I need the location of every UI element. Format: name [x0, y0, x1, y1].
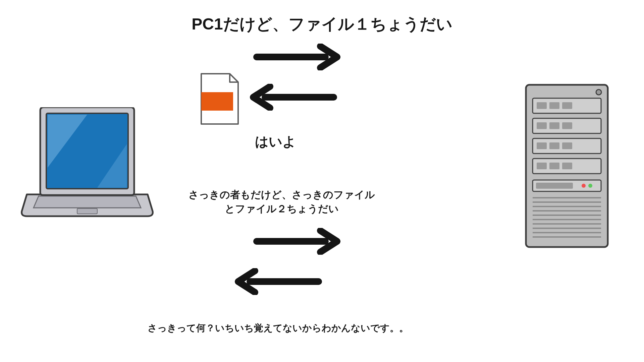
svg-rect-19	[562, 163, 572, 169]
svg-rect-18	[549, 163, 559, 169]
svg-rect-17	[537, 163, 547, 169]
diagram-title: PC1だけど、ファイル１ちょうだい	[192, 13, 452, 35]
server-reply-1: はいよ	[255, 132, 296, 151]
svg-rect-13	[562, 122, 572, 129]
svg-rect-9	[549, 102, 559, 109]
arrow-left-icon	[235, 268, 322, 296]
svg-rect-15	[549, 142, 559, 149]
arrow-right-icon	[253, 228, 340, 256]
svg-point-3	[596, 89, 601, 95]
svg-rect-12	[549, 122, 559, 129]
svg-rect-21	[536, 183, 573, 189]
svg-rect-11	[537, 122, 547, 129]
svg-point-23	[588, 184, 592, 188]
arrow-left-icon	[250, 84, 337, 112]
file-icon	[198, 72, 241, 127]
svg-point-22	[582, 184, 586, 188]
svg-rect-0	[77, 208, 97, 214]
server-reply-2: さっきって何？いちいち覚えてないからわかんないです。。	[148, 322, 409, 335]
svg-rect-10	[562, 102, 572, 109]
client-request-2: さっきの者もだけど、さっきのファイルとファイル２ちょうだい	[188, 188, 376, 216]
arrow-right-icon	[253, 44, 340, 72]
svg-rect-14	[537, 142, 547, 149]
svg-rect-8	[537, 102, 547, 109]
svg-rect-34	[201, 92, 233, 111]
server-icon	[523, 82, 610, 251]
svg-rect-16	[562, 142, 572, 149]
laptop-icon	[20, 107, 154, 223]
